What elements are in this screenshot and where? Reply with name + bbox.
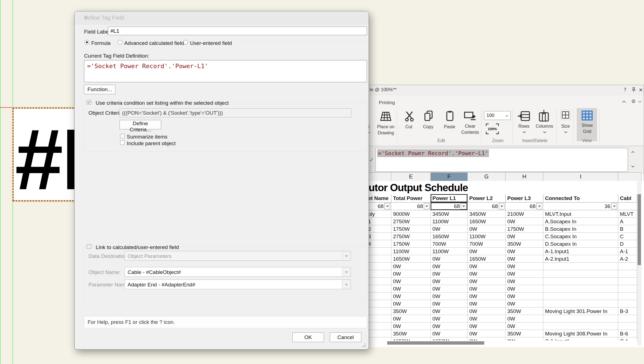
define-criteria-button[interactable]: Define Criteria...: [120, 120, 161, 129]
filter-dropdown-icon[interactable]: [461, 203, 466, 209]
ok-button[interactable]: OK: [292, 332, 324, 342]
table-cell[interactable]: [543, 270, 618, 278]
table-cell[interactable]: 1650W: [431, 337, 468, 340]
table-cell[interactable]: 0W: [391, 285, 431, 293]
table-cell[interactable]: D.Socapex In: [543, 240, 618, 248]
table-cell[interactable]: 0W: [391, 322, 431, 330]
table-cell[interactable]: 1650W: [468, 255, 506, 263]
table-cell[interactable]: 350W: [506, 307, 543, 315]
column-letter-I[interactable]: I: [543, 173, 618, 181]
pin-icon[interactable]: [632, 87, 636, 92]
table-header-cell[interactable]: Power L1: [431, 194, 468, 202]
table-cell[interactable]: MLVT.Input: [543, 210, 618, 218]
gear-icon[interactable]: ⚙: [631, 98, 636, 104]
horizontal-scrollbar-thumb[interactable]: [387, 341, 484, 345]
column-letter-partial[interactable]: [366, 173, 391, 181]
place-on-drawing-button[interactable]: Place on Drawing: [375, 109, 397, 150]
table-cell[interactable]: Moving Light 301.Power In: [543, 307, 618, 315]
table-cell[interactable]: [366, 337, 391, 340]
table-cell[interactable]: 2750W: [391, 218, 431, 225]
tab-printing[interactable]: Printing: [379, 100, 395, 106]
table-cell[interactable]: B: [618, 225, 637, 233]
table-cell[interactable]: A-1: [618, 248, 637, 255]
tag-object-selected[interactable]: #L: [13, 108, 77, 201]
table-header-cell[interactable]: et Name: [366, 194, 391, 202]
size-button[interactable]: Size: [558, 109, 573, 148]
gear-chevron-icon[interactable]: [638, 101, 642, 103]
parameter-name-combo[interactable]: Adapter End - #AdapterEnd#: [125, 280, 351, 289]
table-cell[interactable]: C: [618, 233, 637, 240]
table-cell[interactable]: 0W: [506, 248, 543, 255]
advanced-field-radio[interactable]: [118, 40, 122, 45]
horizontal-scrollbar[interactable]: [333, 340, 637, 345]
table-cell[interactable]: 700W: [468, 240, 506, 248]
table-cell[interactable]: [543, 293, 618, 300]
table-cell[interactable]: 3450W: [468, 210, 506, 218]
table-cell[interactable]: 0W: [506, 337, 543, 340]
table-cell[interactable]: 1650W: [431, 233, 468, 240]
table-cell[interactable]: 9000W: [391, 210, 431, 218]
filter-dropdown-icon[interactable]: [424, 203, 430, 209]
table-cell[interactable]: 0W: [431, 300, 468, 307]
table-cell[interactable]: 1100W: [391, 248, 431, 255]
table-cell[interactable]: [366, 330, 391, 337]
table-cell[interactable]: [366, 285, 391, 293]
table-cell[interactable]: 0W: [468, 263, 506, 270]
table-cell[interactable]: 0W: [468, 285, 506, 293]
cut-button[interactable]: Cut: [401, 109, 417, 143]
table-cell[interactable]: 4: [366, 240, 391, 248]
table-cell[interactable]: [618, 270, 637, 278]
filter-cell[interactable]: 68: [468, 202, 506, 210]
table-cell[interactable]: 0W: [506, 293, 543, 300]
table-header-cell[interactable]: Power L3: [506, 194, 543, 202]
table-cell[interactable]: 0W: [506, 270, 543, 278]
table-cell[interactable]: 0W: [431, 285, 468, 293]
table-cell[interactable]: [366, 270, 391, 278]
table-cell[interactable]: 1650W: [391, 255, 431, 263]
formula-scroll-down[interactable]: [630, 163, 636, 170]
table-cell[interactable]: [543, 278, 618, 285]
table-cell[interactable]: 0W: [506, 263, 543, 270]
column-letter-partial[interactable]: [618, 173, 642, 181]
table-cell[interactable]: 1100W: [468, 233, 506, 240]
table-cell[interactable]: C.Socapex In: [543, 233, 618, 240]
table-cell[interactable]: [366, 307, 391, 315]
cancel-button[interactable]: Cancel: [330, 332, 361, 342]
table-header-cell[interactable]: Total Power: [391, 194, 431, 202]
table-cell[interactable]: 0W: [506, 300, 543, 307]
table-cell[interactable]: 0W: [506, 218, 543, 225]
table-cell[interactable]: [618, 285, 637, 293]
resize-grip[interactable]: [362, 343, 366, 347]
column-letter-E[interactable]: E: [391, 173, 431, 181]
table-cell[interactable]: 0W: [391, 300, 431, 307]
filter-cell[interactable]: 68: [431, 202, 468, 210]
formula-radio[interactable]: [85, 40, 89, 45]
column-letter-F[interactable]: F: [431, 173, 468, 181]
table-cell[interactable]: C-1: [618, 337, 637, 340]
table-cell[interactable]: B-3: [618, 307, 637, 315]
table-cell[interactable]: 1750W: [391, 225, 431, 233]
table-cell[interactable]: 0W: [468, 278, 506, 285]
table-cell[interactable]: [366, 263, 391, 270]
user-entered-radio[interactable]: [183, 40, 188, 45]
summarize-items-checkbox[interactable]: [120, 134, 125, 138]
table-cell[interactable]: 0W: [506, 322, 543, 330]
table-cell[interactable]: [366, 248, 391, 255]
table-cell[interactable]: 0W: [468, 300, 506, 307]
table-header-cell[interactable]: Power L2: [468, 194, 506, 202]
table-cell[interactable]: 0W: [431, 322, 468, 330]
table-cell[interactable]: [618, 300, 637, 307]
table-cell[interactable]: 0W: [391, 263, 431, 270]
table-cell[interactable]: 0W: [468, 225, 506, 233]
table-cell[interactable]: 0W: [506, 278, 543, 285]
table-cell[interactable]: [618, 278, 637, 285]
filter-dropdown-icon[interactable]: [499, 203, 504, 209]
table-cell[interactable]: 0W: [391, 315, 431, 322]
table-cell[interactable]: 0W: [468, 315, 506, 322]
close-icon[interactable]: ✕: [639, 87, 643, 93]
table-cell[interactable]: [366, 293, 391, 300]
table-cell[interactable]: [366, 315, 391, 322]
table-cell[interactable]: A-1.Input1: [543, 248, 618, 255]
table-cell[interactable]: 0W: [391, 278, 431, 285]
dialog-close-icon[interactable]: ×: [84, 15, 87, 21]
